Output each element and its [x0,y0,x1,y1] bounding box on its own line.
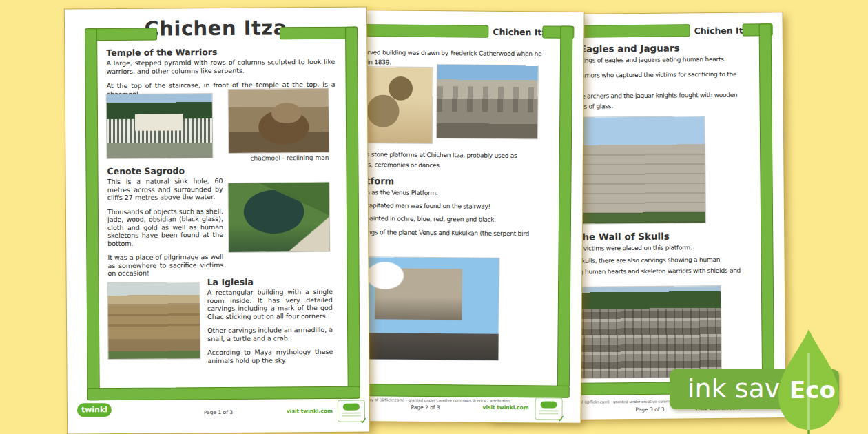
resource-preview: Chichen Itza e Eagles and Jaguars carvin… [0,0,868,434]
twinkl-quality-stamp: ✓ [338,400,365,422]
page1-visit-twinkl-link[interactable]: visit twinkl.com [287,408,333,414]
photo-cenote-sagrodo [229,183,330,252]
page3-text-line: were archers and the jaguar knights foug… [570,92,737,101]
page1-heading-warriors: Temple of the Warriors [106,47,217,58]
eco-label: Eco [789,376,836,404]
twinkl-cloud-icon [541,401,557,408]
page1-cenote-column: This is a natural sink hole, 60 metres a… [107,177,224,284]
page2-visit-twinkl-link[interactable]: visit twinkl.com [483,404,529,411]
page1-iglesia-column: A rectangular building with a single roo… [207,288,333,371]
page3-text-line: l of skulls, there are also carvings sho… [568,256,721,265]
page1-heading-iglesia: La Iglesia [207,277,254,287]
page1-cenote-paragraph: It was a place of pilgrimage as well as … [107,253,223,278]
page3-text-line: ating human hearts and skeleton warriors… [568,267,741,276]
page2-text-line: s stone platforms at Chichen Itza, proba… [366,151,517,160]
photo-platform-eagles-jaguars [570,116,705,224]
check-icon: ✓ [557,413,566,424]
photo-temple-of-warriors [107,94,213,158]
page2-heading-venus-platform: tform [366,176,394,186]
page3-text-line: e warriors who captured the victims for … [570,71,736,80]
page3-heading-eagles-jaguars: e Eagles and Jaguars [570,42,680,54]
page2-text-line: ls, ceremonies or dances. [366,161,442,169]
page2-text-line: painted in ochre, blue, red, green and b… [366,215,496,224]
page1-bottom-border [87,386,360,401]
page-1: Chichen Itza Temple of the Warriors A la… [65,7,369,433]
photo-la-iglesia [108,282,200,359]
page3-text-line: ficial victims were placed on this platf… [568,244,692,253]
twinkl-cloud-icon [343,404,360,411]
page1-iglesia-paragraph: According to Maya mythology these animal… [207,348,333,364]
page3-right-border [759,23,775,382]
page2-text-line: n as the Venus Platform. [366,189,437,197]
page2-page-number: Page 2 of 3 [411,404,440,411]
page1-left-border [85,28,100,400]
page2-photo-attribution: Photo courtesy of (@flickr.com) - grante… [345,397,510,403]
photo-venus-platform [366,257,499,360]
photo-wall-of-skulls [566,286,721,378]
page1-iglesia-paragraph: A rectangular building with a single roo… [207,288,333,320]
page2-text-line: ings of the planet Venus and Kukulkan (t… [366,229,529,238]
check-icon: ✓ [360,415,368,426]
page2-text-line: capitated man was found on the stairway! [366,202,490,211]
page3-page-number: Page 3 of 3 [635,406,664,413]
page1-iglesia-paragraph: Other carvings include an armadillo, a s… [207,326,333,342]
page2-right-border [557,26,573,387]
page1-warriors-paragraph: A large, stepped pyramid with rows of co… [106,58,335,75]
photo-carved-building [437,65,538,138]
page1-cenote-paragraph: Thousands of objects such as shell, jade… [107,207,223,247]
page1-heading-cenote: Cenote Sagrodo [107,165,185,176]
twinkl-quality-stamp: ✓ [535,397,562,420]
page2-text-line: rved building was drawn by Frederick Cat… [367,49,541,58]
page1-right-border [345,27,360,399]
page1-cenote-paragraph: This is a natural sink hole, 60 metres a… [107,177,223,202]
page2-text-line: in 1839. [367,59,391,66]
chacmool-caption: chacmool - reclining man [229,154,329,162]
page3-text-line: carvings of eagles and jaguars eating hu… [570,56,725,65]
page3-heading-wall-of-skulls: The Wall of Skulls [576,231,670,242]
photo-chacmool [229,89,329,153]
